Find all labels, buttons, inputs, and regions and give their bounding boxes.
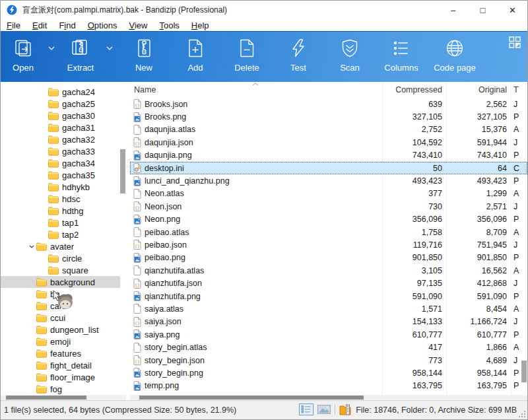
- png-file-icon: [133, 151, 141, 160]
- file-name: saiya.atlas: [145, 304, 183, 314]
- list-horizontal-scrollbar-thumb[interactable]: [139, 396, 364, 400]
- file-row-story_begin.atlas[interactable]: story_begin.atlas4171,866A: [130, 341, 527, 353]
- tree-item-gacha31[interactable]: gacha31: [1, 122, 120, 133]
- file-row-Neon.png[interactable]: Neon.png356,096356,096P: [130, 213, 527, 226]
- column-header-compressed[interactable]: Compressed: [382, 85, 446, 94]
- file-type: P: [511, 151, 527, 160]
- json-file-icon: {}: [133, 317, 141, 327]
- scan-button[interactable]: Scan: [324, 36, 376, 73]
- column-header-name[interactable]: Name: [130, 85, 382, 94]
- menu-edit[interactable]: Edit: [26, 20, 53, 30]
- file-row-saiya.atlas[interactable]: saiya.atlas1,5718,454A: [130, 302, 527, 315]
- tree-item-gacha24[interactable]: gacha24: [1, 86, 120, 98]
- tree-item-fog[interactable]: fog: [1, 383, 120, 394]
- code-page-button[interactable]: Code page: [427, 36, 482, 73]
- tree-item-avater[interactable]: avater: [1, 240, 120, 252]
- tree-item-tap1[interactable]: tap1: [1, 217, 120, 228]
- tree-item-hdhykb[interactable]: hdhykb: [1, 181, 120, 193]
- file-row-saiya.png[interactable]: saiya.png610,777610,777P: [130, 328, 527, 341]
- menu-file[interactable]: File: [1, 20, 26, 30]
- original-size: 958,144: [446, 368, 511, 378]
- menu-view[interactable]: View: [123, 20, 154, 30]
- list-horizontal-scrollbar[interactable]: [130, 395, 527, 400]
- open-dropdown-chevron-icon[interactable]: [43, 36, 60, 60]
- tree-item-features[interactable]: features: [1, 347, 120, 359]
- file-name: Neon.png: [145, 215, 180, 224]
- tree-item-background[interactable]: background: [1, 276, 120, 288]
- expand-chevron[interactable]: [27, 245, 36, 248]
- sidebar-vertical-scrollbar-thumb[interactable]: [120, 149, 125, 193]
- tree-item-dungeon_list[interactable]: dungeon_list: [1, 324, 120, 335]
- file-row-Brooks.png[interactable]: Brooks.png327,105327,105P: [130, 110, 527, 123]
- file-row-peibao.atlas[interactable]: peibao.atlas1,7588,709A: [130, 226, 527, 238]
- new-button[interactable]: New: [118, 36, 170, 73]
- tree-item-circle[interactable]: circle: [1, 252, 120, 264]
- sidebar-horizontal-scrollbar-thumb[interactable]: [6, 396, 86, 400]
- tree-item-label: floor_image: [50, 372, 95, 382]
- customize-toolbar-icon[interactable]: [509, 36, 521, 48]
- column-header-original[interactable]: Original: [446, 85, 511, 94]
- file-row-Neon.json[interactable]: {}Neon.json7302,571J: [130, 200, 527, 213]
- statusbar-separator: [335, 404, 335, 415]
- tree-item-hdsc[interactable]: hdsc: [1, 193, 120, 205]
- file-row-daqunjia.json[interactable]: {}daqunjia.json104,592591,944J: [130, 136, 527, 149]
- menu-options[interactable]: Options: [82, 20, 123, 30]
- tree-item-gacha34[interactable]: gacha34: [1, 157, 120, 169]
- add-button[interactable]: Add: [170, 36, 221, 73]
- file-row-peibao.json[interactable]: {}peibao.json119,716751,945J: [130, 238, 527, 251]
- list-vertical-scrollbar-thumb[interactable]: [521, 361, 527, 382]
- file-row-desktop.ini[interactable]: desktop.ini5064C: [130, 162, 527, 174]
- tree-item-gacha25[interactable]: gacha25: [1, 98, 120, 110]
- file-row-saiya.json[interactable]: {}saiya.json154,1331,166,724J: [130, 316, 527, 328]
- file-type: P: [511, 176, 527, 186]
- sidebar-horizontal-scrollbar[interactable]: [1, 395, 126, 400]
- tree-item-emoji[interactable]: emoji: [1, 335, 120, 347]
- tree-item-gacha35[interactable]: gacha35: [1, 169, 120, 181]
- tree-item-gacha30[interactable]: gacha30: [1, 110, 120, 122]
- menu-help[interactable]: Help: [185, 20, 215, 30]
- chevron-down-icon[interactable]: [29, 245, 34, 248]
- extract-button[interactable]: Extract: [60, 36, 101, 73]
- png-file-icon: [133, 330, 141, 339]
- open-button[interactable]: Open: [3, 36, 43, 73]
- thumbnail-view-icon[interactable]: [317, 405, 331, 414]
- minimize-button[interactable]: –: [438, 1, 468, 19]
- file-row-story_begin.png[interactable]: story_begin.png958,144958,144P: [130, 367, 527, 379]
- file-row-daqunjia.png[interactable]: daqunjia.png743,410743,410P: [130, 149, 527, 162]
- tree-item-tap2[interactable]: tap2: [1, 228, 120, 240]
- file-row-daqunjia.atlas[interactable]: daqunjia.atlas2,75215,376A: [130, 123, 527, 136]
- tree-item-gacha32[interactable]: gacha32: [1, 133, 120, 145]
- file-row-story_begin.json[interactable]: {}story_begin.json7734,689J: [130, 354, 527, 367]
- resize-grip[interactable]: [518, 410, 526, 418]
- tree-item-square[interactable]: square: [1, 264, 120, 276]
- tree-item-gacha33[interactable]: gacha33: [1, 145, 120, 157]
- extract-dropdown-chevron-icon[interactable]: [101, 36, 118, 60]
- tree-item-ccui[interactable]: ccui: [1, 312, 120, 324]
- column-header-type[interactable]: T: [511, 85, 527, 94]
- maximize-button[interactable]: □: [468, 1, 498, 19]
- menu-find[interactable]: Find: [53, 20, 81, 30]
- file-row-Brooks.json[interactable]: {}Brooks.json6392,562J: [130, 98, 527, 110]
- tree-item-hdthg[interactable]: hdthg: [1, 205, 120, 217]
- details-view-icon[interactable]: [299, 403, 314, 415]
- folder-icon: [36, 385, 47, 394]
- file-row-qianzhutifa.json[interactable]: {}qianzhutifa.json97,135412,868J: [130, 277, 527, 289]
- file-row-peibao.png[interactable]: peibao.png901,850901,850P: [130, 252, 527, 264]
- tree-item-label: gacha25: [62, 99, 95, 109]
- toolbar: Open Extract New Add: [1, 31, 527, 82]
- menu-tools[interactable]: Tools: [153, 20, 185, 30]
- close-button[interactable]: ✕: [498, 1, 527, 19]
- test-button[interactable]: Test: [273, 36, 324, 73]
- tree-item-fight_detail[interactable]: fight_detail: [1, 359, 120, 371]
- file-row-qianzhutifa.png[interactable]: qianzhutifa.png591,090591,090P: [130, 290, 527, 302]
- png-file-icon: [133, 215, 141, 225]
- tree-item-floor_image[interactable]: floor_image: [1, 371, 120, 383]
- columns-button[interactable]: Columns: [376, 36, 427, 73]
- file-row-qianzhutifa.atlas[interactable]: qianzhutifa.atlas3,10516,562A: [130, 264, 527, 277]
- file-row-temp.png[interactable]: temp.png163,795163,795P: [130, 380, 527, 392]
- original-size: 743,410: [446, 151, 511, 160]
- file-row-lunci_and_qianzhu.png[interactable]: lunci_and_qianzhu.png493,423493,423P: [130, 174, 527, 187]
- file-row-Neon.atlas[interactable]: Neon.atlas3771,299A: [130, 188, 527, 200]
- file-rows: {}Brooks.json6392,562JBrooks.png327,1053…: [130, 98, 527, 395]
- delete-button[interactable]: Delete: [221, 36, 273, 73]
